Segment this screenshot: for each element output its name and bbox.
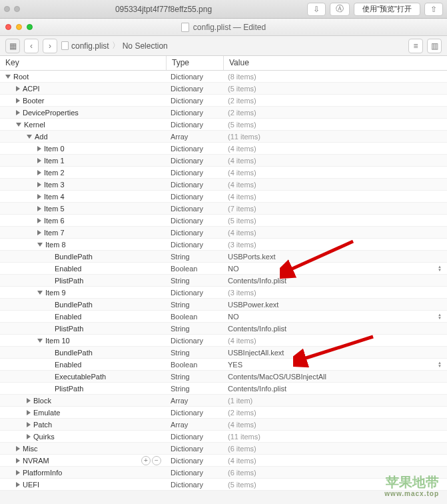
row-key[interactable]: Patch: [33, 421, 52, 429]
row-key[interactable]: UEFI: [23, 481, 39, 489]
download-button[interactable]: ⇩: [307, 3, 326, 16]
row-type[interactable]: Dictionary: [167, 85, 224, 93]
row-type[interactable]: Dictionary: [167, 457, 224, 465]
row-key[interactable]: Kernel: [24, 121, 45, 129]
table-row[interactable]: Item 2Dictionary(4 items): [0, 167, 447, 179]
disclosure-right-icon[interactable]: [16, 110, 20, 115]
row-type[interactable]: Array: [167, 133, 224, 141]
row-type[interactable]: Array: [167, 397, 224, 405]
row-key[interactable]: Booter: [23, 97, 44, 105]
row-key[interactable]: Item 0: [44, 145, 65, 153]
row-key[interactable]: PlistPath: [55, 385, 83, 393]
table-row[interactable]: Item 6Dictionary(5 items): [0, 215, 447, 227]
row-type[interactable]: Dictionary: [167, 445, 224, 453]
row-type[interactable]: Dictionary: [167, 73, 224, 81]
row-key[interactable]: PlistPath: [55, 277, 83, 285]
disclosure-right-icon[interactable]: [27, 398, 31, 403]
row-key[interactable]: Enabled: [55, 313, 81, 321]
disclosure-down-icon[interactable]: [16, 123, 21, 127]
row-key[interactable]: Item 7: [44, 229, 65, 237]
add-button[interactable]: +: [141, 456, 151, 465]
disclosure-down-icon[interactable]: [37, 243, 43, 247]
row-value[interactable]: Contents/Info.plist: [228, 277, 286, 285]
row-type[interactable]: String: [167, 385, 224, 393]
row-type[interactable]: Dictionary: [167, 217, 224, 225]
row-key[interactable]: Item 10: [45, 337, 70, 345]
disclosure-right-icon[interactable]: [37, 158, 41, 163]
row-key[interactable]: Item 4: [44, 193, 65, 201]
row-value[interactable]: NO: [228, 265, 239, 273]
row-key[interactable]: PlatformInfo: [23, 469, 62, 477]
table-row[interactable]: PlistPathStringContents/Info.plist: [0, 323, 447, 335]
table-row[interactable]: NVRAM+−Dictionary(4 items): [0, 455, 447, 467]
table-row[interactable]: Item 9Dictionary(3 items): [0, 287, 447, 299]
row-value[interactable]: YES: [228, 361, 242, 369]
table-row[interactable]: BundlePathStringUSBPorts.kext: [0, 251, 447, 263]
disclosure-right-icon[interactable]: [27, 422, 31, 427]
table-row[interactable]: BundlePathStringUSBPower.kext: [0, 299, 447, 311]
row-value[interactable]: Contents/Info.plist: [228, 325, 286, 333]
row-type[interactable]: String: [167, 325, 224, 333]
disclosure-right-icon[interactable]: [16, 458, 20, 463]
row-type[interactable]: Boolean: [167, 313, 224, 321]
table-row[interactable]: Item 1Dictionary(4 items): [0, 155, 447, 167]
row-type[interactable]: Dictionary: [167, 193, 224, 201]
lines-view-button[interactable]: ≡: [408, 39, 423, 53]
disclosure-down-icon[interactable]: [27, 135, 32, 139]
row-type[interactable]: Dictionary: [167, 205, 224, 213]
row-key[interactable]: Item 8: [45, 241, 66, 249]
disclosure-right-icon[interactable]: [16, 98, 20, 103]
table-row[interactable]: Item 4Dictionary(4 items): [0, 191, 447, 203]
table-row[interactable]: UEFIDictionary(5 items): [0, 479, 447, 491]
table-row[interactable]: PlistPathStringContents/Info.plist: [0, 275, 447, 287]
row-key[interactable]: Misc: [23, 445, 38, 453]
row-key[interactable]: ExecutablePath: [55, 373, 106, 381]
table-row[interactable]: EnabledBooleanNO▲▼: [0, 263, 447, 275]
disclosure-right-icon[interactable]: [16, 470, 20, 475]
disclosure-right-icon[interactable]: [37, 230, 41, 235]
table-row[interactable]: BundlePathStringUSBInjectAll.kext: [0, 347, 447, 359]
grid-view-button[interactable]: ▦: [5, 39, 20, 53]
row-key[interactable]: Enabled: [55, 265, 81, 273]
value-stepper[interactable]: ▲▼: [436, 360, 443, 369]
row-type[interactable]: Dictionary: [167, 169, 224, 177]
row-value[interactable]: NO: [228, 313, 239, 321]
row-value[interactable]: USBPorts.kext: [228, 253, 276, 261]
row-type[interactable]: Dictionary: [167, 181, 224, 189]
row-key[interactable]: BundlePath: [55, 349, 93, 357]
row-type[interactable]: Dictionary: [167, 241, 224, 249]
table-row[interactable]: Item 10Dictionary(4 items): [0, 335, 447, 347]
column-header-value[interactable]: Value: [224, 56, 447, 70]
table-row[interactable]: RootDictionary(8 items): [0, 71, 447, 83]
table-row[interactable]: DevicePropertiesDictionary(2 items): [0, 107, 447, 119]
disclosure-down-icon[interactable]: [37, 291, 43, 295]
disclosure-right-icon[interactable]: [27, 410, 31, 415]
table-row[interactable]: Item 0Dictionary(4 items): [0, 143, 447, 155]
breadcrumb-file[interactable]: config.plist: [71, 41, 109, 51]
row-key[interactable]: Item 9: [45, 289, 66, 297]
row-type[interactable]: Dictionary: [167, 97, 224, 105]
table-row[interactable]: ExecutablePathStringContents/MacOS/USBIn…: [0, 371, 447, 383]
row-type[interactable]: Dictionary: [167, 481, 224, 489]
table-row[interactable]: BlockArray(1 item): [0, 395, 447, 407]
table-row[interactable]: EmulateDictionary(2 items): [0, 407, 447, 419]
disclosure-right-icon[interactable]: [37, 206, 41, 211]
row-key[interactable]: ACPI: [23, 85, 40, 93]
share-button[interactable]: ⇧: [424, 3, 443, 16]
row-value[interactable]: USBPower.kext: [228, 301, 278, 309]
disclosure-right-icon[interactable]: [16, 482, 20, 487]
tab-close-icon[interactable]: [4, 6, 10, 12]
row-type[interactable]: Boolean: [167, 361, 224, 369]
row-type[interactable]: String: [167, 301, 224, 309]
row-type[interactable]: Dictionary: [167, 109, 224, 117]
row-type[interactable]: Dictionary: [167, 157, 224, 165]
table-row[interactable]: MiscDictionary(6 items): [0, 443, 447, 455]
row-key[interactable]: Block: [33, 397, 51, 405]
row-value[interactable]: Contents/Info.plist: [228, 385, 286, 393]
row-type[interactable]: Dictionary: [167, 337, 224, 345]
row-key[interactable]: Root: [13, 73, 29, 81]
row-key[interactable]: Item 6: [44, 217, 65, 225]
columns-view-button[interactable]: ▥: [427, 39, 442, 53]
row-type[interactable]: Array: [167, 421, 224, 429]
disclosure-right-icon[interactable]: [37, 170, 41, 175]
